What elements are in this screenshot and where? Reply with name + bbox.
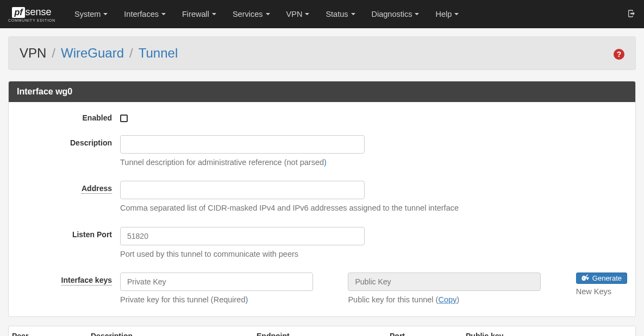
enabled-checkbox[interactable]	[120, 115, 128, 122]
brand-ce: COMMUNITY EDITION	[8, 18, 55, 22]
new-keys-text: New Keys	[576, 287, 627, 296]
breadcrumb: VPN / WireGuard / Tunnel	[20, 46, 178, 61]
help-icon: ?	[614, 49, 624, 60]
logout-icon	[627, 9, 636, 18]
address-help: Comma separated list of CIDR-masked IPv4…	[120, 202, 627, 213]
brand-logo[interactable]: pf sense COMMUNITY EDITION	[8, 7, 55, 22]
chevron-down-icon	[161, 13, 166, 15]
nav-services[interactable]: Services	[224, 2, 278, 27]
peer-table-header: Peer Description Endpoint Port Public ke…	[9, 326, 635, 336]
interface-keys-group: Interface keys Private key for this tunn…	[17, 272, 627, 305]
listen-port-help: Port used by this tunnel to communicate …	[120, 249, 627, 259]
nav-label: Help	[435, 10, 452, 18]
listen-port-group: Listen Port Port used by this tunnel to …	[17, 227, 627, 259]
breadcrumb-panel: VPN / WireGuard / Tunnel ?	[8, 36, 636, 70]
th-peer: Peer	[12, 332, 91, 336]
panel-heading: Interface wg0	[9, 81, 635, 102]
enabled-group: Enabled	[17, 110, 627, 122]
breadcrumb-separator: /	[129, 46, 133, 61]
nav-label: Diagnostics	[372, 10, 412, 18]
page-help-button[interactable]: ?	[614, 47, 624, 60]
th-public-key: Public key	[466, 332, 632, 336]
chevron-down-icon	[351, 13, 355, 15]
brand-sense: sense	[26, 7, 52, 18]
generate-button[interactable]: Generate	[576, 272, 627, 284]
description-label: Description	[17, 135, 120, 147]
brand-pf: pf	[12, 7, 24, 18]
description-group: Description Tunnel description for admin…	[17, 135, 627, 168]
public-key-input[interactable]	[348, 272, 541, 291]
address-input[interactable]	[120, 181, 365, 199]
public-key-help: Public key for this tunnel (Copy)	[348, 294, 559, 305]
chevron-down-icon	[212, 13, 216, 15]
peer-table: Peer Description Endpoint Port Public ke…	[8, 326, 636, 336]
breadcrumb-vpn[interactable]: VPN	[20, 46, 46, 61]
description-input[interactable]	[120, 135, 365, 154]
logout-button[interactable]	[627, 9, 636, 20]
address-label: Address	[17, 181, 120, 193]
nav-label: System	[74, 10, 101, 18]
th-description: Description	[91, 332, 257, 336]
top-navbar: pf sense COMMUNITY EDITION System Interf…	[0, 0, 644, 28]
breadcrumb-tunnel[interactable]: Tunnel	[139, 46, 178, 61]
nav-help[interactable]: Help	[427, 2, 467, 27]
th-port: Port	[390, 332, 466, 336]
nav-firewall[interactable]: Firewall	[174, 2, 224, 27]
nav-label: Services	[233, 10, 263, 18]
interface-panel: Interface wg0 Enabled Description Tunnel…	[8, 81, 636, 317]
nav-label: Interfaces	[124, 10, 159, 18]
chevron-down-icon	[305, 13, 309, 15]
enabled-label: Enabled	[17, 110, 120, 122]
private-key-help: Private key for this tunnel (Required)	[120, 294, 332, 305]
chevron-down-icon	[454, 13, 459, 15]
nav-diagnostics[interactable]: Diagnostics	[364, 2, 428, 27]
nav-status[interactable]: Status	[317, 2, 363, 27]
private-key-input[interactable]	[120, 272, 313, 291]
nav-label: Status	[326, 10, 348, 18]
breadcrumb-separator: /	[52, 46, 55, 61]
chevron-down-icon	[103, 13, 108, 15]
listen-port-label: Listen Port	[17, 227, 120, 239]
chevron-down-icon	[415, 13, 419, 15]
nav-label: Firewall	[182, 10, 209, 18]
generate-label: Generate	[592, 274, 622, 282]
interface-keys-label: Interface keys	[17, 272, 120, 284]
description-help: Tunnel description for administrative re…	[120, 157, 627, 168]
nav-menu: System Interfaces Firewall Services VPN …	[66, 2, 627, 27]
key-icon	[582, 274, 589, 282]
nav-system[interactable]: System	[66, 2, 116, 27]
copy-link[interactable]: Copy	[438, 295, 457, 304]
nav-label: VPN	[286, 10, 303, 18]
nav-vpn[interactable]: VPN	[278, 2, 318, 27]
chevron-down-icon	[266, 13, 270, 15]
nav-interfaces[interactable]: Interfaces	[116, 2, 174, 27]
address-group: Address Comma separated list of CIDR-mas…	[17, 181, 627, 213]
listen-port-input[interactable]	[120, 227, 365, 245]
th-endpoint: Endpoint	[257, 332, 390, 336]
breadcrumb-wireguard[interactable]: WireGuard	[61, 46, 124, 61]
